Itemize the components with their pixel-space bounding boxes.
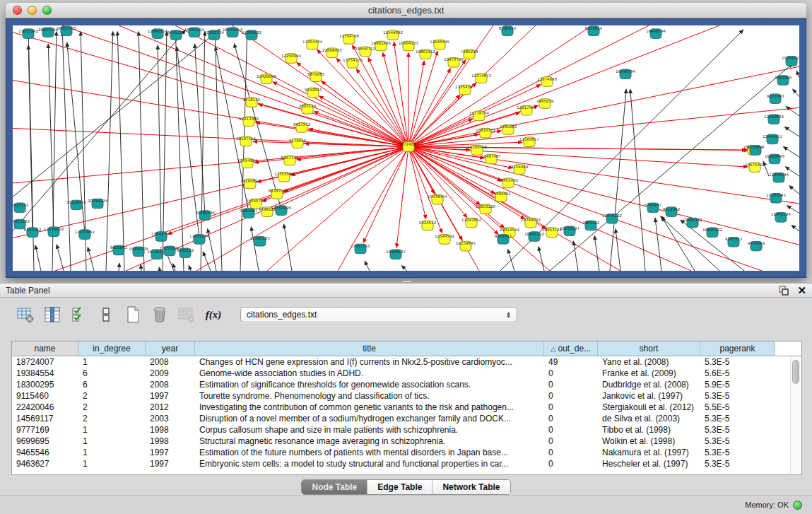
- delete-table-button[interactable]: [177, 305, 196, 325]
- network-node[interactable]: 18953122: [542, 228, 562, 238]
- network-node[interactable]: 9097587: [240, 209, 257, 218]
- column-header-title[interactable]: title: [195, 341, 544, 356]
- network-canvas[interactable]: 2242004627181261221338918107554196549241…: [13, 25, 799, 271]
- table-row[interactable]: 969969511998Structural magnetic resonanc…: [12, 436, 801, 447]
- column-header-short[interactable]: short: [598, 341, 700, 356]
- network-node[interactable]: 9245312: [725, 237, 742, 247]
- network-node[interactable]: 12153051: [75, 230, 95, 240]
- table-row[interactable]: 1456911722003Disruption of a novel membe…: [12, 413, 801, 424]
- select-columns-button[interactable]: [69, 305, 89, 325]
- network-node[interactable]: 9329966: [775, 76, 792, 86]
- network-node[interactable]: 9154469: [511, 165, 529, 175]
- network-node[interactable]: 8393152: [24, 228, 41, 238]
- create-column-button[interactable]: [123, 305, 143, 325]
- network-node[interactable]: 12754708: [339, 35, 360, 45]
- network-node[interactable]: 16945322: [702, 228, 722, 238]
- table-row[interactable]: 911546021997Tourette syndrome. Phenomeno…: [12, 390, 801, 402]
- row-mode-button[interactable]: [96, 305, 116, 325]
- network-node[interactable]: 13942757: [151, 232, 171, 242]
- network-node[interactable]: 20315124: [88, 199, 108, 209]
- network-node[interactable]: 13254297: [455, 85, 475, 95]
- network-node[interactable]: 12945124: [771, 213, 792, 223]
- network-node[interactable]: 12160817: [519, 137, 539, 147]
- network-node[interactable]: 12217551: [517, 105, 536, 115]
- network-node[interactable]: 9915061: [110, 245, 127, 255]
- float-window-icon[interactable]: [777, 285, 790, 296]
- close-window-button[interactable]: [13, 6, 22, 15]
- network-node[interactable]: 8130414: [499, 26, 517, 36]
- network-node[interactable]: 8878312: [269, 189, 286, 199]
- column-header-out_de[interactable]: △out_de...: [544, 341, 598, 356]
- network-node[interactable]: 12544092: [383, 30, 403, 40]
- column-header-pagerank[interactable]: pagerank: [700, 341, 775, 356]
- network-node[interactable]: 16154845: [456, 241, 476, 251]
- network-node[interactable]: 9645122: [167, 30, 184, 40]
- network-node[interactable]: 9612342: [663, 207, 680, 217]
- table-row[interactable]: 1830029562008Estimation of significance …: [12, 379, 801, 390]
- network-node[interactable]: 10946122: [683, 218, 702, 228]
- scrollbar-thumb[interactable]: [792, 360, 799, 384]
- network-node[interactable]: 18955492: [498, 178, 518, 188]
- network-node[interactable]: 15905135: [129, 247, 148, 257]
- minimize-window-button[interactable]: [28, 6, 37, 15]
- network-node[interactable]: 10973790: [444, 57, 464, 67]
- network-node[interactable]: 9227343: [767, 94, 784, 104]
- network-node[interactable]: 12544542: [435, 235, 454, 245]
- network-node[interactable]: 17957255: [351, 244, 370, 254]
- network-node[interactable]: 2803144: [299, 104, 317, 114]
- network-node[interactable]: 12505125: [250, 236, 270, 246]
- network-node[interactable]: 9313122: [13, 203, 28, 213]
- network-node[interactable]: 16816372: [476, 128, 495, 138]
- network-node[interactable]: 11451194: [189, 235, 210, 245]
- table-row[interactable]: 1938455462009Genome-wide association stu…: [12, 368, 801, 379]
- zoom-window-button[interactable]: [42, 6, 52, 15]
- network-node[interactable]: 13754170: [343, 58, 363, 68]
- network-node[interactable]: 12846214: [148, 29, 168, 39]
- network-node[interactable]: 16057345: [57, 26, 76, 36]
- network-node[interactable]: 12269544: [769, 173, 789, 182]
- table-row[interactable]: 2242004622012Investigating the contribut…: [12, 402, 801, 413]
- column-header-year[interactable]: year: [146, 341, 195, 356]
- tab-network-table[interactable]: Network Table: [433, 480, 510, 494]
- table-row[interactable]: 977716911998Corpus callosum shape and si…: [12, 424, 801, 436]
- table-vertical-scrollbar[interactable]: [790, 357, 801, 474]
- show-columns-button[interactable]: [42, 305, 62, 325]
- network-node[interactable]: 19861912: [416, 49, 435, 59]
- network-node[interactable]: 16210643: [765, 154, 784, 164]
- network-node[interactable]: 22068435: [322, 48, 342, 58]
- delete-column-button[interactable]: [150, 305, 170, 325]
- network-node[interactable]: 15751074: [782, 57, 799, 66]
- panel-resize-handle[interactable]: [403, 279, 411, 282]
- table-row[interactable]: 1872400712008Changes of HCN gene express…: [12, 356, 801, 368]
- network-node[interactable]: 11615342: [18, 29, 38, 39]
- network-node[interactable]: 3875685: [307, 72, 324, 82]
- network-node[interactable]: 9324512: [419, 221, 436, 230]
- network-node[interactable]: 10193127: [560, 226, 579, 236]
- network-node[interactable]: 10575312: [745, 163, 765, 173]
- network-node[interactable]: 15128414: [66, 200, 87, 210]
- network-node[interactable]: 6793197: [645, 203, 661, 213]
- network-node[interactable]: 12945122: [602, 214, 622, 223]
- network-node[interactable]: 17254434: [302, 40, 323, 49]
- network-node[interactable]: 18535412: [223, 28, 242, 37]
- tab-edge-table[interactable]: Edge Table: [367, 480, 433, 494]
- column-header-in_degree[interactable]: in_degree: [78, 341, 146, 356]
- window-titlebar[interactable]: citations_edges.txt: [6, 3, 806, 18]
- network-node[interactable]: 20663124: [38, 28, 59, 37]
- network-node[interactable]: 9245419: [748, 241, 765, 251]
- network-node[interactable]: 7983122: [582, 221, 599, 230]
- network-node[interactable]: 16648784: [616, 69, 636, 79]
- network-node[interactable]: 10262134: [204, 30, 225, 40]
- network-node[interactable]: 18546712: [355, 47, 375, 57]
- network-node[interactable]: 16448794: [646, 29, 666, 39]
- network-node[interactable]: 12156819: [44, 227, 64, 237]
- network-node[interactable]: 20206536: [195, 211, 216, 221]
- network-node[interactable]: 2718126: [243, 98, 261, 107]
- tab-node-table[interactable]: Node Table: [302, 480, 367, 494]
- network-node[interactable]: 7485039: [536, 99, 554, 109]
- table-select[interactable]: citations_edges.txt ▲▼: [240, 307, 517, 322]
- table-row[interactable]: 946554611997Estimation of the future num…: [12, 447, 801, 458]
- function-builder-button[interactable]: f(x): [204, 305, 223, 325]
- network-node[interactable]: 19654924: [237, 158, 258, 168]
- network-node[interactable]: 9242843: [305, 88, 322, 98]
